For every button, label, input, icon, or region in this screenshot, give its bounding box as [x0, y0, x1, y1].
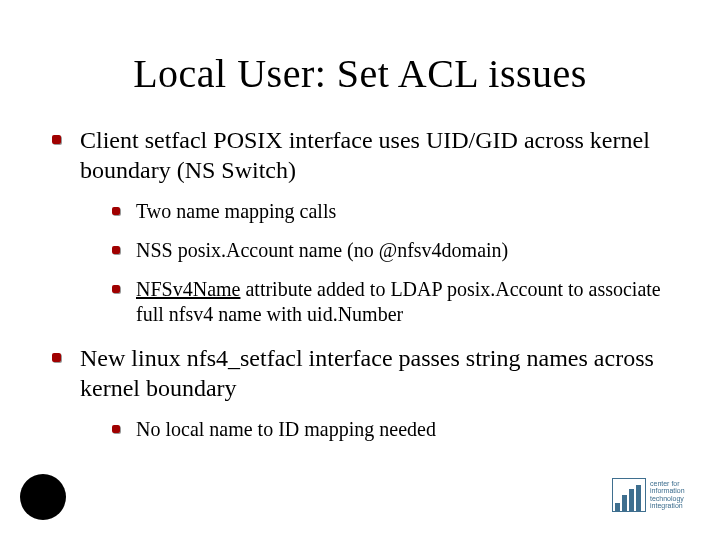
footer-dot-icon [20, 474, 66, 520]
slide-title: Local User: Set ACL issues [40, 50, 680, 97]
logo-text: center for information technology integr… [650, 478, 685, 509]
bullet-text: NSS posix.Account name (no @nfsv4domain) [136, 239, 508, 261]
list-item: Two name mapping calls [110, 199, 670, 224]
bullet-text: New linux nfs4_setfacl interface passes … [80, 345, 654, 401]
list-item: NFSv4Name attribute added to LDAP posix.… [110, 277, 670, 327]
bullet-text: Client setfacl POSIX interface uses UID/… [80, 127, 650, 183]
list-item: No local name to ID mapping needed [110, 417, 670, 442]
sub-bullet-list: No local name to ID mapping needed [80, 417, 670, 442]
list-item: Client setfacl POSIX interface uses UID/… [50, 125, 670, 327]
sub-bullet-list: Two name mapping calls NSS posix.Account… [80, 199, 670, 327]
footer-logo: center for information technology integr… [612, 478, 702, 528]
bullet-text: Two name mapping calls [136, 200, 336, 222]
list-item: NSS posix.Account name (no @nfsv4domain) [110, 238, 670, 263]
bullet-list: Client setfacl POSIX interface uses UID/… [40, 125, 680, 442]
bullet-text: No local name to ID mapping needed [136, 418, 436, 440]
bullet-text-underlined: NFSv4Name [136, 278, 240, 300]
slide: Local User: Set ACL issues Client setfac… [0, 0, 720, 540]
list-item: New linux nfs4_setfacl interface passes … [50, 343, 670, 442]
logo-icon [612, 478, 646, 512]
